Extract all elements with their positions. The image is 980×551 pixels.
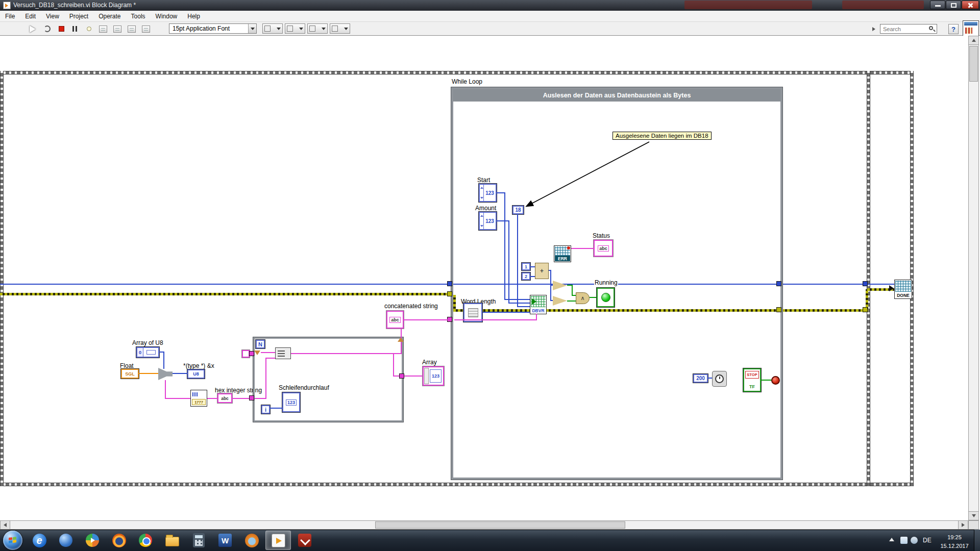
numeric-wire[interactable] <box>508 303 530 304</box>
string-wire[interactable] <box>454 319 537 320</box>
string-wire[interactable] <box>165 380 166 399</box>
stop-button-terminal[interactable]: STOP TF <box>743 368 761 392</box>
taskbar-icon-thunderbird[interactable] <box>239 531 264 550</box>
constant-one[interactable]: 1 <box>522 263 530 270</box>
taskbar-icon-word[interactable]: W <box>212 531 238 550</box>
string-wire[interactable] <box>401 329 402 338</box>
scroll-left-button[interactable] <box>0 520 10 530</box>
numeric-wire[interactable] <box>708 378 712 379</box>
menu-operate[interactable]: Operate <box>99 13 120 20</box>
running-led-indicator[interactable] <box>597 288 615 307</box>
tunnel[interactable] <box>863 281 868 286</box>
pause-button[interactable] <box>68 23 81 34</box>
taskbar-icon-labview[interactable] <box>265 531 291 550</box>
boolean-wire[interactable] <box>572 285 573 296</box>
tunnel[interactable] <box>399 373 404 379</box>
loop-condition-terminal[interactable] <box>771 376 780 385</box>
taskbar-icon-messenger[interactable] <box>53 531 79 550</box>
scroll-right-button[interactable] <box>958 520 968 530</box>
taskbar-icon-firefox[interactable] <box>106 531 132 550</box>
chevron-down-icon[interactable] <box>248 24 256 33</box>
scroll-down-button[interactable] <box>968 511 979 520</box>
sequence-frame-border[interactable] <box>867 71 870 486</box>
tunnel[interactable] <box>447 281 452 286</box>
float-wire[interactable] <box>139 373 158 374</box>
string-wire[interactable] <box>571 248 594 249</box>
string-wire[interactable] <box>255 398 265 399</box>
array-of-u8-control[interactable]: 0 <box>136 347 159 358</box>
numeric-wire[interactable] <box>497 220 508 221</box>
numeric-wire[interactable] <box>163 352 164 369</box>
tunnel[interactable] <box>249 351 254 356</box>
menu-file[interactable]: File <box>5 13 15 20</box>
tunnel[interactable] <box>249 395 254 400</box>
float-control[interactable]: SGL <box>121 369 139 379</box>
string-wire[interactable] <box>207 398 217 399</box>
numeric-wire[interactable] <box>517 214 518 307</box>
horizontal-scrollbar-thumb[interactable] <box>375 521 625 529</box>
start-control[interactable]: 123 <box>479 184 497 202</box>
for-loop-count-terminal[interactable]: N <box>256 340 265 348</box>
scroll-up-button[interactable] <box>968 36 979 45</box>
error-handler-block[interactable]: ERR <box>554 245 571 262</box>
string-wire[interactable] <box>265 358 266 399</box>
sequence-frame-border[interactable] <box>0 71 914 74</box>
vertical-scrollbar[interactable] <box>968 36 979 520</box>
string-wire[interactable] <box>232 398 251 399</box>
wait-ms-function[interactable] <box>712 371 727 387</box>
arithmetic-function[interactable]: + <box>535 263 549 279</box>
sequence-frame-border[interactable] <box>0 483 914 486</box>
schleifendurchlauf-indicator[interactable]: 123 <box>282 392 300 412</box>
amount-control[interactable]: 123 <box>479 212 497 230</box>
numeric-wire[interactable] <box>530 266 535 267</box>
numeric-wire[interactable] <box>517 306 530 307</box>
string-wire[interactable] <box>265 358 275 359</box>
string-wire[interactable] <box>261 352 275 353</box>
dbvr-block[interactable]: DBVR <box>530 295 547 314</box>
boolean-wire[interactable] <box>761 380 772 381</box>
search-input[interactable] <box>880 24 937 34</box>
string-wire[interactable] <box>404 319 448 320</box>
shift-register-left[interactable] <box>254 350 260 355</box>
boolean-wire[interactable] <box>572 295 576 296</box>
menu-view[interactable]: View <box>46 13 59 20</box>
abort-button[interactable] <box>55 23 67 34</box>
string-wire[interactable] <box>404 375 423 377</box>
close-button[interactable] <box>962 1 979 9</box>
boolean-wire[interactable] <box>567 300 576 302</box>
taskbar-icon-windows-explorer[interactable] <box>159 531 185 550</box>
boolean-wire[interactable] <box>590 297 597 298</box>
menu-edit[interactable]: Edit <box>25 13 36 20</box>
for-loop-iteration-terminal[interactable]: i <box>261 405 270 414</box>
space-string-constant[interactable] <box>242 350 250 358</box>
taskbar-icon-internet-explorer[interactable]: e <box>27 531 52 550</box>
font-selector[interactable]: 15pt Application Font <box>169 23 257 34</box>
distribute-objects-dropdown[interactable] <box>285 23 305 34</box>
retain-wire-values-button[interactable] <box>97 23 109 34</box>
menu-tools[interactable]: Tools <box>131 13 145 20</box>
numeric-wire[interactable] <box>550 300 553 301</box>
minimize-button[interactable] <box>930 1 945 9</box>
numeric-wire[interactable] <box>483 312 530 313</box>
step-over-button[interactable] <box>126 23 138 34</box>
sequence-frame-border[interactable] <box>910 71 914 486</box>
tunnel[interactable] <box>776 281 781 286</box>
align-objects-dropdown[interactable] <box>262 23 283 34</box>
menu-window[interactable]: Window <box>156 13 178 20</box>
wait-ms-constant[interactable]: 200 <box>693 374 708 383</box>
resize-objects-dropdown[interactable] <box>307 23 328 34</box>
sequence-frame-border[interactable] <box>0 71 4 486</box>
vertical-scrollbar-thumb[interactable] <box>969 46 978 82</box>
numeric-wire[interactable] <box>270 408 282 409</box>
concatenate-strings-function[interactable] <box>275 347 291 359</box>
context-help-button[interactable]: ? <box>948 24 959 34</box>
string-wire[interactable] <box>536 314 537 320</box>
taskbar-icon-media-player[interactable] <box>80 531 105 550</box>
string-wire[interactable] <box>393 353 394 377</box>
string-wire[interactable] <box>401 342 402 354</box>
menu-project[interactable]: Project <box>69 13 88 20</box>
taskbar-icon-chrome[interactable] <box>133 531 158 550</box>
reorder-dropdown[interactable] <box>330 23 350 34</box>
language-indicator[interactable]: DE <box>923 537 932 544</box>
status-indicator[interactable]: abc <box>594 240 613 257</box>
